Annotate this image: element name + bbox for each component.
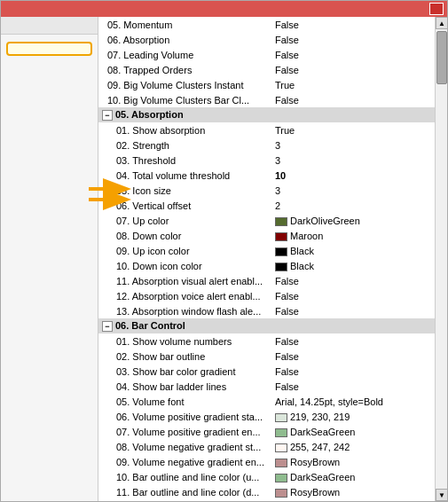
- row-value: 3: [271, 153, 435, 168]
- scrollbar[interactable]: ▲ ▼: [435, 17, 447, 501]
- row-label: 11. Absorption visual alert enabl...: [98, 273, 271, 288]
- table-row[interactable]: 06. AbsorptionFalse: [98, 32, 435, 47]
- row-value: True: [271, 122, 435, 137]
- row-value: DarkOliveGreen: [271, 213, 435, 228]
- table-row[interactable]: 06. Volume positive gradient sta...219, …: [98, 409, 435, 424]
- close-button[interactable]: [429, 3, 444, 15]
- row-label: 04. Show bar ladder lines: [98, 379, 271, 394]
- row-label: 10. Down icon color: [98, 258, 271, 273]
- color-swatch: [275, 474, 287, 482]
- row-label: 07. Leading Volume: [98, 47, 271, 62]
- row-value: DarkSeaGreen: [271, 469, 435, 484]
- row-label: 05. Icon size: [98, 183, 271, 198]
- table-row[interactable]: −06. Bar Control: [98, 318, 435, 333]
- table-row[interactable]: 08. Volume negative gradient st...255, 2…: [98, 439, 435, 454]
- color-swatch: [275, 443, 287, 452]
- table-row[interactable]: 04. Show bar ladder linesFalse: [98, 379, 435, 394]
- main-window: 05. MomentumFalse06. AbsorptionFalse07. …: [0, 0, 448, 502]
- table-row[interactable]: 02. Show bar outlineFalse: [98, 349, 435, 364]
- row-value: False: [271, 303, 435, 318]
- table-row[interactable]: 02. Strength3: [98, 137, 435, 153]
- row-label: 01. Show absorption: [98, 122, 271, 137]
- row-value: False: [271, 32, 435, 47]
- table-row[interactable]: 05. MomentumFalse: [98, 17, 435, 32]
- table-row[interactable]: 03. Show bar color gradientFalse: [98, 364, 435, 379]
- table-row[interactable]: 09. Volume negative gradient en...RosyBr…: [98, 454, 435, 469]
- color-swatch: [275, 489, 287, 498]
- sidebar: [1, 17, 98, 501]
- table-row[interactable]: 10. Down icon colorBlack: [98, 258, 435, 273]
- color-swatch: [275, 247, 287, 256]
- row-label: 03. Show bar color gradient: [98, 364, 271, 379]
- section-header-label: −06. Bar Control: [98, 318, 435, 333]
- table-row[interactable]: 09. Big Volume Clusters InstantTrue: [98, 77, 435, 92]
- scroll-up-btn[interactable]: ▲: [436, 17, 447, 29]
- scroll-thumb[interactable]: [436, 31, 447, 84]
- row-value: DarkSeaGreen: [271, 424, 435, 439]
- color-swatch: [275, 232, 287, 241]
- table-row[interactable]: 05. Icon size3: [98, 183, 435, 198]
- row-value: 219, 230, 219: [271, 409, 435, 424]
- row-label: 08. Volume negative gradient st...: [98, 439, 271, 454]
- table-row[interactable]: 07. Leading VolumeFalse: [98, 47, 435, 62]
- row-value: False: [271, 364, 435, 379]
- table-row[interactable]: 11. Absorption visual alert enabl...Fals…: [98, 273, 435, 288]
- row-value: False: [271, 333, 435, 349]
- table-row[interactable]: 10. Big Volume Clusters Bar Cl...False: [98, 92, 435, 107]
- table-row[interactable]: 01. Show volume numbersFalse: [98, 333, 435, 349]
- row-label: 10. Big Volume Clusters Bar Cl...: [98, 92, 271, 107]
- color-swatch: [275, 263, 287, 271]
- table-row[interactable]: 09. Up icon colorBlack: [98, 243, 435, 258]
- row-value: 70: [271, 499, 435, 501]
- row-label: 08. Down color: [98, 228, 271, 243]
- row-value: Maroon: [271, 228, 435, 243]
- table-row[interactable]: −05. Absorption: [98, 107, 435, 122]
- row-value: 255, 247, 242: [271, 439, 435, 454]
- table-row[interactable]: 12. Bar width factor70: [98, 499, 435, 501]
- row-value: Arial, 14.25pt, style=Bold: [271, 394, 435, 409]
- row-value: False: [271, 273, 435, 288]
- row-value: False: [271, 349, 435, 364]
- row-label: 06. Volume positive gradient sta...: [98, 409, 271, 424]
- row-label: 09. Volume negative gradient en...: [98, 454, 271, 469]
- row-value: Black: [271, 243, 435, 258]
- color-swatch: [275, 413, 287, 422]
- row-value: RosyBrown: [271, 454, 435, 469]
- expand-icon[interactable]: −: [102, 110, 113, 121]
- table-row[interactable]: 12. Absorption voice alert enabl...False: [98, 288, 435, 303]
- properties-panel[interactable]: 05. MomentumFalse06. AbsorptionFalse07. …: [98, 17, 435, 501]
- table-row[interactable]: 05. Volume fontArial, 14.25pt, style=Bol…: [98, 394, 435, 409]
- row-value: 3: [271, 183, 435, 198]
- table-row[interactable]: 11. Bar outline and line color (d...Rosy…: [98, 484, 435, 499]
- table-row[interactable]: 13. Absorption window flash ale...False: [98, 303, 435, 318]
- row-value: 3: [271, 137, 435, 153]
- row-label: 09. Up icon color: [98, 243, 271, 258]
- table-row[interactable]: 06. Vertical offset2: [98, 198, 435, 213]
- scroll-down-btn[interactable]: ▼: [436, 489, 447, 501]
- color-swatch: [275, 459, 287, 467]
- table-row[interactable]: 08. Trapped OrdersFalse: [98, 62, 435, 77]
- table-row[interactable]: 03. Threshold3: [98, 153, 435, 168]
- table-row[interactable]: 08. Down colorMaroon: [98, 228, 435, 243]
- table-row[interactable]: 07. Up colorDarkOliveGreen: [98, 213, 435, 228]
- row-value: False: [271, 288, 435, 303]
- row-label: 05. Volume font: [98, 394, 271, 409]
- row-label: 01. Show volume numbers: [98, 333, 271, 349]
- row-label: 10. Bar outline and line color (u...: [98, 469, 271, 484]
- row-label: 12. Absorption voice alert enabl...: [98, 288, 271, 303]
- row-value: 2: [271, 198, 435, 213]
- content-area: 05. MomentumFalse06. AbsorptionFalse07. …: [1, 17, 447, 501]
- table-row[interactable]: 01. Show absorptionTrue: [98, 122, 435, 137]
- row-label: 11. Bar outline and line color (d...: [98, 484, 271, 499]
- table-row[interactable]: 07. Volume positive gradient en...DarkSe…: [98, 424, 435, 439]
- row-value: RosyBrown: [271, 484, 435, 499]
- color-swatch: [275, 217, 287, 226]
- tooltip-box: [6, 42, 92, 56]
- row-label: 12. Bar width factor: [98, 499, 271, 501]
- table-row[interactable]: 04. Total volume threshold10: [98, 168, 435, 183]
- expand-icon[interactable]: −: [102, 321, 113, 332]
- table-row[interactable]: 10. Bar outline and line color (u...Dark…: [98, 469, 435, 484]
- row-value: False: [271, 92, 435, 107]
- sidebar-scroll-up[interactable]: [1, 17, 98, 35]
- title-bar: [1, 1, 447, 17]
